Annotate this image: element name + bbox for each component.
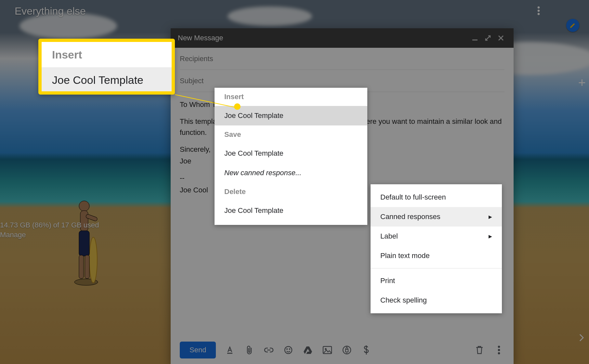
menu-item-label: Joe Cool Template bbox=[224, 111, 283, 120]
category-label: Everything else bbox=[15, 5, 86, 17]
callout-item: Joe Cool Template bbox=[42, 67, 172, 93]
more-options-topbar[interactable] bbox=[534, 6, 543, 16]
canned-item-save-template[interactable]: Joe Cool Template bbox=[215, 144, 367, 163]
close-button[interactable] bbox=[495, 32, 506, 44]
cloud-decoration bbox=[228, 6, 312, 26]
menu-item-label-submenu[interactable]: Label ▶ bbox=[371, 227, 502, 246]
submenu-arrow-icon: ▶ bbox=[489, 214, 492, 219]
annotation-callout: Insert Joe Cool Template bbox=[38, 39, 175, 95]
compose-header[interactable]: New Message bbox=[171, 28, 514, 48]
link-icon[interactable] bbox=[263, 344, 274, 356]
svg-point-10 bbox=[538, 13, 540, 15]
menu-item-check-spelling[interactable]: Check spelling bbox=[371, 291, 502, 310]
recipients-placeholder: Recipients bbox=[180, 55, 213, 63]
expand-icon bbox=[484, 34, 491, 42]
surfer-illustration bbox=[73, 195, 99, 286]
money-icon[interactable] bbox=[361, 344, 372, 356]
menu-item-label: Label bbox=[380, 232, 398, 240]
svg-point-2 bbox=[79, 201, 89, 211]
svg-point-15 bbox=[325, 348, 327, 350]
svg-point-20 bbox=[498, 352, 500, 354]
more-vertical-icon bbox=[537, 6, 540, 15]
menu-item-label: Print bbox=[380, 277, 395, 285]
svg-point-8 bbox=[538, 6, 540, 8]
photo-icon[interactable] bbox=[322, 344, 333, 356]
compose-toolbar: Send bbox=[171, 338, 514, 364]
menu-item-label: Joe Cool Template bbox=[224, 206, 283, 215]
minimize-icon bbox=[471, 34, 478, 42]
storage-used-text: 14.73 GB (86%) of 17 GB used bbox=[0, 221, 99, 229]
formatting-icon[interactable] bbox=[224, 344, 235, 356]
canned-section-delete: Delete bbox=[215, 183, 367, 201]
callout-header: Insert bbox=[42, 42, 172, 67]
menu-item-label: Default to full-screen bbox=[380, 193, 446, 202]
svg-point-12 bbox=[287, 348, 288, 350]
svg-rect-5 bbox=[79, 255, 84, 279]
menu-item-label: Plain text mode bbox=[380, 252, 430, 260]
svg-point-11 bbox=[285, 346, 292, 354]
submenu-arrow-icon: ▶ bbox=[489, 234, 492, 239]
canned-item-new-response[interactable]: New canned response... bbox=[215, 163, 367, 183]
svg-point-18 bbox=[498, 346, 500, 348]
svg-point-19 bbox=[498, 349, 500, 351]
chevron-right-icon[interactable] bbox=[579, 333, 584, 344]
storage-status: 14.73 GB (86%) of 17 GB used Manage bbox=[0, 221, 99, 239]
right-icon-rail: + bbox=[569, 0, 589, 364]
menu-item-label: New canned response... bbox=[224, 169, 301, 177]
svg-rect-6 bbox=[85, 255, 89, 279]
annotation-leader-dot bbox=[234, 103, 241, 110]
drive-icon[interactable] bbox=[302, 344, 313, 356]
minimize-button[interactable] bbox=[469, 32, 480, 44]
svg-point-9 bbox=[538, 10, 540, 12]
svg-point-1 bbox=[89, 237, 97, 283]
more-options-menu: Default to full-screen Canned responses … bbox=[371, 184, 502, 313]
emoji-icon[interactable] bbox=[283, 344, 294, 356]
send-button[interactable]: Send bbox=[180, 342, 216, 358]
svg-rect-17 bbox=[346, 349, 348, 352]
more-options-button[interactable] bbox=[493, 344, 504, 356]
attach-icon[interactable] bbox=[244, 344, 255, 356]
fullscreen-button[interactable] bbox=[482, 32, 493, 44]
add-icon[interactable]: + bbox=[578, 75, 586, 90]
more-vertical-icon bbox=[498, 345, 500, 355]
menu-item-label: Joe Cool Template bbox=[224, 149, 283, 158]
confidential-icon[interactable] bbox=[341, 344, 352, 356]
svg-point-13 bbox=[289, 348, 291, 350]
menu-item-fullscreen[interactable]: Default to full-screen bbox=[371, 188, 502, 207]
menu-item-label: Check spelling bbox=[380, 296, 427, 305]
discard-icon[interactable] bbox=[474, 344, 485, 356]
close-icon bbox=[497, 34, 504, 42]
canned-section-save: Save bbox=[215, 125, 367, 144]
recipients-field[interactable]: Recipients bbox=[180, 48, 504, 70]
storage-manage-link[interactable]: Manage bbox=[0, 231, 99, 239]
canned-item-delete-template[interactable]: Joe Cool Template bbox=[215, 201, 367, 220]
menu-item-canned-responses[interactable]: Canned responses ▶ bbox=[371, 207, 502, 227]
subject-placeholder: Subject bbox=[180, 77, 203, 85]
menu-divider bbox=[371, 268, 502, 268]
menu-item-label: Canned responses bbox=[380, 213, 440, 221]
menu-item-plain-text[interactable]: Plain text mode bbox=[371, 246, 502, 266]
menu-item-print[interactable]: Print bbox=[371, 271, 502, 291]
compose-title: New Message bbox=[178, 34, 467, 42]
